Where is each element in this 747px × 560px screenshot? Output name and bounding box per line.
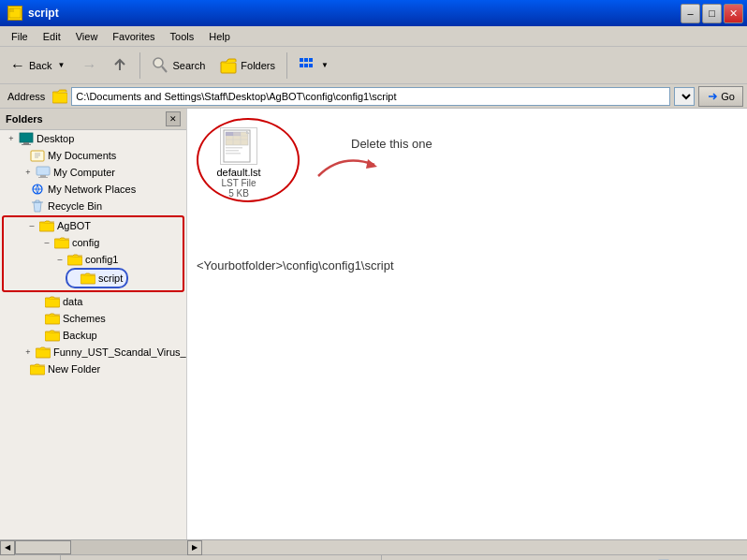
agbot-highlight-box: – AgBOT – config – (2, 215, 184, 292)
folders-button[interactable]: Folders (213, 50, 282, 81)
maximize-button[interactable]: □ (702, 4, 722, 23)
close-button[interactable]: ✕ (724, 4, 743, 23)
svg-rect-10 (309, 64, 313, 67)
network-icon (30, 183, 45, 196)
svg-rect-5 (300, 58, 303, 62)
sidebar-item-my-computer[interactable]: + My Computer (0, 164, 186, 181)
label-my-documents: My Documents (48, 150, 116, 161)
menubar: File Edit View Favorites Tools Help (0, 26, 747, 47)
sidebar-item-recycle-bin[interactable]: Recycle Bin (0, 198, 186, 214)
expand-my-computer: + (21, 165, 36, 180)
window-controls: – □ ✕ (681, 4, 743, 23)
arrow-container (314, 148, 388, 187)
svg-rect-24 (67, 257, 82, 265)
expand-desktop: + (4, 131, 19, 146)
path-annotation: <Yourbotfolder>\config\config1\script (197, 258, 394, 273)
sidebar-item-my-documents[interactable]: My Documents (0, 147, 186, 164)
svg-rect-39 (226, 147, 242, 149)
delete-annotation: Delete this one (351, 137, 432, 151)
svg-rect-29 (36, 349, 51, 358)
sidebar-item-desktop[interactable]: + Desktop (0, 130, 186, 147)
label-agbot: AgBOT (57, 220, 91, 231)
folders-label: Folders (241, 60, 275, 71)
svg-point-2 (154, 58, 163, 67)
my-documents-icon (30, 149, 45, 162)
menu-tools[interactable]: Tools (163, 29, 202, 44)
svg-rect-11 (52, 93, 67, 103)
desktop-icon (19, 132, 34, 145)
sidebar-item-network-places[interactable]: My Network Places (0, 181, 186, 198)
label-funny: Funny_UST_Scandal_Virus_Remo (53, 346, 187, 358)
statusbar: 1 objects 4.00 KB My Computer (0, 554, 747, 560)
svg-rect-7 (309, 58, 313, 62)
forward-button[interactable]: → (75, 50, 103, 81)
folder-config-icon (54, 236, 69, 249)
sidebar-close-button[interactable]: ✕ (166, 111, 181, 126)
search-button[interactable]: Search (145, 50, 212, 81)
sidebar-item-new-folder[interactable]: New Folder (0, 361, 186, 377)
label-network-places: My Network Places (48, 184, 136, 195)
menu-favorites[interactable]: Favorites (105, 29, 162, 44)
label-new-folder: New Folder (48, 363, 100, 375)
status-objects: 1 objects (4, 555, 61, 560)
label-script[interactable]: script (98, 273, 123, 284)
up-button[interactable] (105, 50, 135, 81)
menu-file[interactable]: File (4, 29, 36, 44)
status-size: 4.00 KB (329, 555, 381, 560)
label-schemes: Schemes (63, 313, 106, 324)
svg-rect-13 (23, 142, 29, 144)
view-button[interactable]: ▼ (292, 50, 337, 81)
sidebar-item-schemes[interactable]: Schemes (0, 310, 186, 327)
menu-view[interactable]: View (68, 29, 106, 44)
view-dropdown-icon: ▼ (319, 61, 330, 69)
back-button[interactable]: ← Back ▼ (4, 50, 73, 81)
up-icon (111, 57, 128, 74)
sidebar-item-data[interactable]: data (0, 293, 186, 310)
svg-rect-23 (54, 240, 69, 248)
folders-icon (220, 57, 237, 74)
svg-rect-4 (221, 63, 236, 73)
titlebar: script – □ ✕ (0, 0, 747, 26)
svg-rect-38 (233, 132, 241, 136)
svg-rect-30 (30, 366, 45, 375)
scroll-left-button[interactable]: ◀ (0, 540, 15, 555)
back-label: Back (29, 60, 51, 71)
scrollbar-track[interactable] (15, 540, 187, 554)
label-data: data (63, 296, 82, 307)
sidebar-item-config1[interactable]: – config1 (4, 251, 183, 268)
view-icon (299, 57, 315, 74)
folder-script-icon (81, 272, 95, 285)
file-name: default.lst (216, 167, 260, 178)
content-area[interactable]: default.lst LST File 5 KB Delete this on… (187, 109, 747, 539)
script-highlight: script (66, 268, 128, 288)
file-icon-container (220, 127, 257, 165)
go-button[interactable]: Go (698, 86, 743, 107)
scrollbar-thumb[interactable] (15, 540, 71, 554)
lst-file-icon (222, 128, 256, 164)
sidebar-item-config[interactable]: – config (4, 234, 183, 251)
file-item[interactable]: default.lst LST File 5 KB (206, 127, 271, 199)
go-label: Go (721, 91, 735, 102)
svg-rect-37 (226, 132, 233, 136)
folder-funny-icon (36, 346, 51, 359)
address-input[interactable] (71, 87, 670, 106)
bottom-scrollbar: ◀ ▶ (0, 539, 747, 554)
search-icon (152, 56, 168, 75)
menu-edit[interactable]: Edit (36, 29, 68, 44)
my-computer-icon (36, 166, 51, 179)
recycle-bin-icon (30, 199, 45, 213)
sidebar-item-backup[interactable]: Backup (0, 327, 186, 344)
back-dropdown-icon: ▼ (55, 61, 66, 69)
svg-rect-9 (304, 64, 308, 67)
minimize-button[interactable]: – (681, 4, 700, 23)
sidebar-item-funny[interactable]: + Funny_UST_Scandal_Virus_Remo (0, 344, 186, 361)
toolbar-sep-1 (139, 52, 140, 79)
sidebar-item-agbot[interactable]: – AgBOT (4, 217, 183, 234)
menu-help[interactable]: Help (201, 29, 238, 44)
expand-script (71, 271, 81, 286)
address-dropdown[interactable] (674, 87, 695, 106)
scroll-right-button[interactable]: ▶ (187, 540, 202, 555)
svg-rect-16 (37, 167, 50, 175)
expand-config1: – (52, 252, 67, 267)
expand-backup (36, 328, 45, 343)
